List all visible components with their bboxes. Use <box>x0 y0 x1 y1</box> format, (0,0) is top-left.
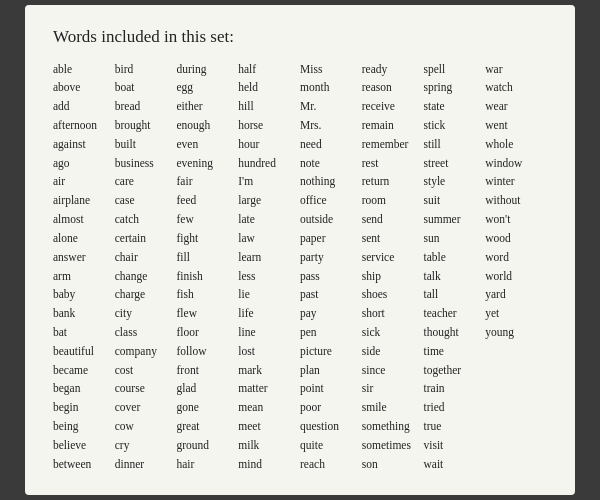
word-item: bird <box>115 61 177 79</box>
word-column-2: duringeggeitherenougheveneveningfairfeed… <box>177 61 239 474</box>
word-item: plan <box>300 362 362 380</box>
word-item: paper <box>300 230 362 248</box>
word-item: few <box>177 211 239 229</box>
word-item: feed <box>177 192 239 210</box>
word-item: send <box>362 211 424 229</box>
word-item: great <box>177 418 239 436</box>
word-item: mind <box>238 456 300 474</box>
word-item: held <box>238 79 300 97</box>
word-item: true <box>424 418 486 436</box>
word-item: dinner <box>115 456 177 474</box>
word-item: month <box>300 79 362 97</box>
word-item: milk <box>238 437 300 455</box>
word-item: pass <box>300 268 362 286</box>
word-item: late <box>238 211 300 229</box>
word-item: during <box>177 61 239 79</box>
word-item: ready <box>362 61 424 79</box>
word-column-3: halfheldhillhorsehourhundredI'mlargelate… <box>238 61 300 474</box>
word-item: became <box>53 362 115 380</box>
word-item: Mrs. <box>300 117 362 135</box>
word-item: less <box>238 268 300 286</box>
word-item: outside <box>300 211 362 229</box>
word-item: tall <box>424 286 486 304</box>
word-item: baby <box>53 286 115 304</box>
word-item: either <box>177 98 239 116</box>
word-item: picture <box>300 343 362 361</box>
word-item: enough <box>177 117 239 135</box>
word-item: remain <box>362 117 424 135</box>
word-item: side <box>362 343 424 361</box>
word-item: son <box>362 456 424 474</box>
word-item: wear <box>485 98 547 116</box>
word-item: being <box>53 418 115 436</box>
word-item: visit <box>424 437 486 455</box>
word-item: fill <box>177 249 239 267</box>
word-item: built <box>115 136 177 154</box>
word-item: table <box>424 249 486 267</box>
word-item: something <box>362 418 424 436</box>
word-item: remember <box>362 136 424 154</box>
word-item: together <box>424 362 486 380</box>
word-item: city <box>115 305 177 323</box>
word-item: course <box>115 380 177 398</box>
word-item: air <box>53 173 115 191</box>
word-item: add <box>53 98 115 116</box>
word-item: winter <box>485 173 547 191</box>
word-item: question <box>300 418 362 436</box>
word-item: street <box>424 155 486 173</box>
word-item: pen <box>300 324 362 342</box>
word-item: hill <box>238 98 300 116</box>
word-item: talk <box>424 268 486 286</box>
word-item: catch <box>115 211 177 229</box>
card-title: Words included in this set: <box>53 27 547 47</box>
word-item: egg <box>177 79 239 97</box>
word-column-5: readyreasonreceiveremainrememberrestretu… <box>362 61 424 474</box>
word-item: company <box>115 343 177 361</box>
word-item: charge <box>115 286 177 304</box>
word-item: above <box>53 79 115 97</box>
word-item: sir <box>362 380 424 398</box>
word-item: even <box>177 136 239 154</box>
word-item: point <box>300 380 362 398</box>
word-item: stick <box>424 117 486 135</box>
word-item: cover <box>115 399 177 417</box>
word-item: need <box>300 136 362 154</box>
word-item: time <box>424 343 486 361</box>
word-item: style <box>424 173 486 191</box>
word-item: mark <box>238 362 300 380</box>
word-item: afternoon <box>53 117 115 135</box>
word-item: answer <box>53 249 115 267</box>
word-item: ground <box>177 437 239 455</box>
word-item: bat <box>53 324 115 342</box>
word-item: wood <box>485 230 547 248</box>
word-item: horse <box>238 117 300 135</box>
word-item: poor <box>300 399 362 417</box>
word-item: sent <box>362 230 424 248</box>
word-item: change <box>115 268 177 286</box>
word-item: short <box>362 305 424 323</box>
word-item: between <box>53 456 115 474</box>
word-item: note <box>300 155 362 173</box>
word-item: word <box>485 249 547 267</box>
word-item: bread <box>115 98 177 116</box>
word-item: nothing <box>300 173 362 191</box>
word-item: class <box>115 324 177 342</box>
word-item: evening <box>177 155 239 173</box>
word-item: boat <box>115 79 177 97</box>
word-item: war <box>485 61 547 79</box>
word-item: young <box>485 324 547 342</box>
word-item: summer <box>424 211 486 229</box>
word-item: suit <box>424 192 486 210</box>
word-item: service <box>362 249 424 267</box>
word-item: half <box>238 61 300 79</box>
word-item: bank <box>53 305 115 323</box>
word-column-4: MissmonthMr.Mrs.neednotenothingofficeout… <box>300 61 362 474</box>
word-item: pay <box>300 305 362 323</box>
word-item: sick <box>362 324 424 342</box>
word-item: certain <box>115 230 177 248</box>
word-item: fish <box>177 286 239 304</box>
word-item: ago <box>53 155 115 173</box>
word-item: brought <box>115 117 177 135</box>
word-column-1: birdboatbreadbroughtbuiltbusinesscarecas… <box>115 61 177 474</box>
word-item: thought <box>424 324 486 342</box>
